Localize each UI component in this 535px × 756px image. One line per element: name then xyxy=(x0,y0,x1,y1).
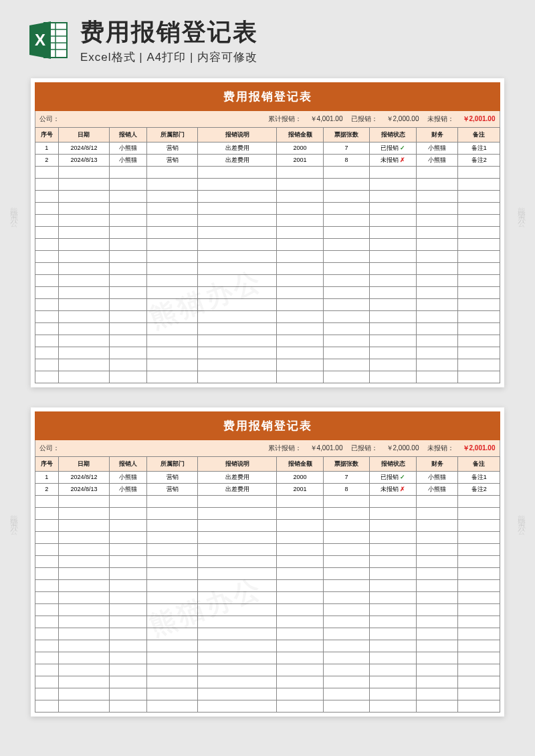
side-watermark: 熊猫办公 xyxy=(8,508,19,525)
table-cell: 2024/8/13 xyxy=(58,483,109,495)
table-cell xyxy=(370,700,417,712)
table-cell xyxy=(370,603,417,616)
table-cell xyxy=(110,603,147,616)
table-cell xyxy=(416,226,458,238)
table-cell xyxy=(277,640,324,652)
table-cell xyxy=(110,555,147,567)
excel-icon: X xyxy=(27,19,70,62)
table-cell xyxy=(416,543,458,555)
table-cell xyxy=(277,310,324,322)
table-cell: 已报销 xyxy=(370,142,417,154)
table-cell xyxy=(110,190,147,202)
total-value: ￥4,001.00 xyxy=(306,114,347,124)
table-cell xyxy=(277,347,324,359)
table-cell xyxy=(458,250,500,262)
table-cell xyxy=(323,640,370,652)
table-cell: 出差费用 xyxy=(198,483,277,495)
table-cell xyxy=(277,591,324,603)
company-label: 公司： xyxy=(35,444,96,453)
column-header: 序号 xyxy=(35,456,59,471)
table-row xyxy=(35,226,500,238)
table-cell xyxy=(416,166,458,178)
table-cell xyxy=(110,322,147,335)
table-cell: 备注2 xyxy=(458,154,500,166)
table-cell xyxy=(323,202,370,214)
table-cell xyxy=(323,250,370,262)
table-cell xyxy=(146,359,197,371)
table-cell xyxy=(110,688,147,700)
table-cell xyxy=(58,274,109,286)
table-cell xyxy=(198,664,277,676)
table-cell xyxy=(458,214,500,226)
page-header: X 费用报销登记表 Excel格式 | A4打印 | 内容可修改 xyxy=(0,0,535,78)
table-cell xyxy=(198,335,277,347)
table-cell xyxy=(146,640,197,652)
table-cell xyxy=(370,166,417,178)
table-row xyxy=(35,579,500,591)
table-cell xyxy=(277,322,324,335)
table-cell xyxy=(35,700,59,712)
table-cell xyxy=(58,640,109,652)
table-cell xyxy=(277,178,324,190)
total-label: 累计报销： xyxy=(264,444,306,453)
table-cell xyxy=(370,543,417,555)
unreimbursed-value: ￥2,001.00 xyxy=(458,114,500,124)
column-header: 报销说明 xyxy=(198,456,277,471)
table-cell xyxy=(458,335,500,347)
table-cell xyxy=(416,495,458,507)
table-cell xyxy=(277,298,324,310)
table-row: 12024/8/12小熊猫营销出差费用20007已报销小熊猫备注1 xyxy=(35,142,500,154)
table-cell xyxy=(416,640,458,652)
table-cell xyxy=(58,262,109,274)
table-cell xyxy=(146,543,197,555)
reimbursed-value: ￥2,000.00 xyxy=(382,114,423,124)
table-cell xyxy=(110,262,147,274)
table-cell xyxy=(58,616,109,628)
table-cell xyxy=(58,166,109,178)
table-cell xyxy=(416,322,458,335)
table-cell xyxy=(370,310,417,322)
reimbursed-value: ￥2,000.00 xyxy=(382,444,423,453)
table-cell: 出差费用 xyxy=(198,471,277,483)
table-cell xyxy=(146,286,197,298)
table-cell xyxy=(146,652,197,664)
table-row xyxy=(35,543,500,555)
table-cell: 小熊猫 xyxy=(110,142,147,154)
side-watermark: 熊猫办公 xyxy=(516,508,527,525)
table-cell: 未报销 xyxy=(370,483,417,495)
table-cell xyxy=(35,359,59,371)
table-cell xyxy=(458,347,500,359)
table-cell xyxy=(58,519,109,531)
table-cell xyxy=(198,495,277,507)
table-cell xyxy=(146,676,197,688)
table-cell xyxy=(110,676,147,688)
table-cell: 2 xyxy=(35,154,59,166)
unreimbursed-value: ￥2,001.00 xyxy=(458,444,500,453)
table-cell xyxy=(277,652,324,664)
table-cell xyxy=(416,628,458,640)
table-cell xyxy=(198,310,277,322)
table-cell xyxy=(458,322,500,335)
table-cell xyxy=(198,226,277,238)
table-cell xyxy=(416,286,458,298)
table-cell: 小熊猫 xyxy=(416,154,458,166)
table-cell: 2000 xyxy=(277,142,324,154)
table-cell: 2 xyxy=(35,483,59,495)
table-cell xyxy=(58,688,109,700)
expense-sheet: 费用报销登记表公司：累计报销：￥4,001.00已报销：￥2,000.00未报销… xyxy=(31,407,504,717)
table-cell xyxy=(416,603,458,616)
table-cell xyxy=(58,628,109,640)
table-cell: 备注1 xyxy=(458,142,500,154)
reimbursed-label: 已报销： xyxy=(347,444,382,453)
table-cell xyxy=(277,579,324,591)
table-cell xyxy=(458,555,500,567)
table-cell xyxy=(370,214,417,226)
table-cell xyxy=(110,543,147,555)
table-cell xyxy=(416,579,458,591)
unreimbursed-label: 未报销： xyxy=(423,444,458,453)
table-cell xyxy=(277,543,324,555)
table-cell: 营销 xyxy=(146,142,197,154)
table-cell xyxy=(198,579,277,591)
table-cell xyxy=(323,310,370,322)
table-cell xyxy=(323,178,370,190)
